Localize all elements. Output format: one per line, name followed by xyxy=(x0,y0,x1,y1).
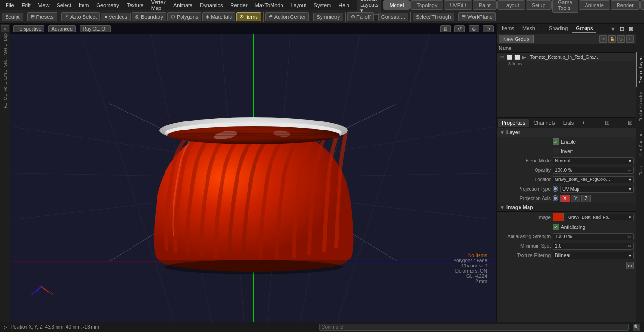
menu-texture[interactable]: Texture xyxy=(123,1,148,9)
mm-text: 2 mm xyxy=(453,279,487,284)
menu-help[interactable]: Help xyxy=(335,1,353,9)
tab-uvedit[interactable]: UVEdit xyxy=(444,0,472,10)
tab-animate[interactable]: Animate xyxy=(579,0,610,10)
command-input[interactable] xyxy=(319,324,629,331)
scene-tab-groups[interactable]: Groups xyxy=(572,24,596,33)
tab-channels[interactable]: Channels xyxy=(529,119,559,127)
select-through-button[interactable]: Select Through xyxy=(413,13,454,21)
tab-setup[interactable]: Setup xyxy=(526,0,552,10)
tab-properties[interactable]: Properties xyxy=(498,119,529,127)
menu-vertex-map[interactable]: Vertex Map xyxy=(148,0,170,12)
tab-plus[interactable]: + xyxy=(578,119,588,127)
props-expand-btn[interactable]: ⊞ xyxy=(603,120,611,126)
invert-checkbox[interactable] xyxy=(553,148,559,154)
layer-arrow-icon[interactable]: ▼ xyxy=(500,130,504,135)
scene-tab-mesh[interactable]: Mesh ... xyxy=(519,24,545,33)
tab-render[interactable]: Render xyxy=(611,0,640,10)
image-map-arrow-icon[interactable]: ▼ xyxy=(500,205,504,210)
sidebar-tab-texture-layers[interactable]: Texture Layers xyxy=(636,52,644,87)
projection-type-dropdown[interactable]: UV Map ▾ xyxy=(560,186,634,193)
scene-add-icon[interactable]: + xyxy=(626,35,634,43)
menu-render[interactable]: Render xyxy=(227,1,251,9)
constraints-button[interactable]: Constrai... xyxy=(378,13,408,21)
item-expand-arrow[interactable]: ▶ xyxy=(522,55,526,60)
raygl-btn[interactable]: Ray GL: Off xyxy=(80,25,111,32)
items-icon: ⊙ xyxy=(239,14,244,20)
falloff-button[interactable]: ⊘ Falloff xyxy=(347,12,374,21)
action-center-button[interactable]: ⊕ Action Center xyxy=(265,12,309,21)
scene-render-icon[interactable]: ◎ xyxy=(617,35,625,43)
workplane-button[interactable]: ⊟ WorkPlane xyxy=(458,12,496,21)
menu-dynamics[interactable]: Dynamics xyxy=(196,1,226,9)
presets-button[interactable]: ⊞ Presets xyxy=(27,12,57,21)
axis-y-button[interactable]: Y xyxy=(571,195,581,202)
menu-animate[interactable]: Animate xyxy=(170,1,196,9)
viewport[interactable]: Perspective Advanced Ray GL: Off ⊞ ↺ ⊕ ⚙ xyxy=(10,24,496,322)
expand-right-btn[interactable]: >> xyxy=(626,262,634,269)
menu-geometry[interactable]: Geometry xyxy=(92,1,123,9)
menu-select[interactable]: Select xyxy=(53,1,75,9)
item-vis-icon[interactable]: ⬜ xyxy=(506,54,513,60)
sidebar-tab-texture-locator[interactable]: Texture Locator xyxy=(636,88,644,125)
image-dropdown[interactable]: Gravy_Boat_Red_Fo... ▾ xyxy=(566,214,634,220)
scene-close-btn[interactable]: ⊠ xyxy=(627,25,635,32)
tab-topology[interactable]: Topology xyxy=(410,0,443,10)
menu-system[interactable]: System xyxy=(310,1,335,9)
sidebar-tab-tags[interactable]: Tags xyxy=(636,162,644,179)
texture-filtering-dropdown[interactable]: Bilinear ▾ xyxy=(553,252,634,259)
grid-btn[interactable]: ⊞ xyxy=(440,25,451,32)
item-lock-icon[interactable]: ⬜ xyxy=(514,54,520,60)
scene-eye-icon[interactable]: 👁 xyxy=(599,35,607,43)
polygons-button[interactable]: ⬡ Polygons xyxy=(167,12,201,21)
minimum-spot-input[interactable]: 1.0 ⇔ xyxy=(553,243,634,250)
axis-z-button[interactable]: Z xyxy=(581,195,591,202)
scene-tab-shading[interactable]: Shading xyxy=(545,24,571,33)
items-button[interactable]: ⊙ Items xyxy=(236,12,261,21)
tab-scripting[interactable]: Scripting xyxy=(640,0,644,10)
menu-edit[interactable]: Edit xyxy=(18,1,34,9)
status-left-arrow[interactable]: > xyxy=(4,324,7,330)
menu-view[interactable]: View xyxy=(34,1,53,9)
tab-model[interactable]: Model xyxy=(383,0,410,10)
symmetry-button[interactable]: Symmetry xyxy=(313,13,343,21)
perspective-btn[interactable]: Perspective xyxy=(13,25,44,32)
menu-file[interactable]: File xyxy=(2,1,18,9)
tab-game-tools[interactable]: Game Tools xyxy=(552,0,578,13)
materials-button[interactable]: ◈ Materials xyxy=(202,12,235,21)
new-group-button[interactable]: New Group xyxy=(499,35,534,43)
image-color-swatch[interactable] xyxy=(553,213,564,221)
axis-x-button[interactable]: X xyxy=(560,195,570,202)
scene-tab-items[interactable]: Items xyxy=(498,24,518,33)
settings-vp-btn[interactable]: ⚙ xyxy=(483,25,494,32)
enable-checkbox[interactable]: ✓ xyxy=(553,138,559,145)
tab-paint[interactable]: Paint xyxy=(473,0,497,10)
boundary-button[interactable]: ◎ Boundary xyxy=(132,12,166,21)
item-eye-icon[interactable]: 👁 xyxy=(499,54,505,60)
auto-select-button[interactable]: ↗ Auto Select xyxy=(61,12,100,21)
locator-dropdown[interactable]: Gravy_Boat_Red_FogColor (I... ▾ xyxy=(553,176,634,183)
advanced-btn[interactable]: Advanced xyxy=(48,25,75,32)
sidebar-tab-user-channels[interactable]: User Channels xyxy=(636,126,644,162)
zoom-btn[interactable]: ⊕ xyxy=(469,25,479,32)
scene-lock-icon[interactable]: 🔒 xyxy=(608,35,616,43)
antialiasing-checkbox[interactable]: ✓ xyxy=(553,224,559,230)
scene-expand-btn[interactable]: ▾ xyxy=(610,25,617,32)
scene-maximize-btn[interactable]: ⊞ xyxy=(618,25,626,32)
left-panel-btn-1[interactable]: ≡ xyxy=(1,25,9,32)
menu-layout[interactable]: Layout xyxy=(287,1,310,9)
axis-radio-btn[interactable] xyxy=(553,195,558,201)
opacity-input[interactable]: 100.0 % ⇔ xyxy=(553,167,634,174)
menu-maxtomodo[interactable]: MaxToModo xyxy=(251,1,287,9)
menu-item[interactable]: Item xyxy=(75,1,92,9)
sculpt-button[interactable]: Sculpt xyxy=(2,13,23,21)
tab-lists[interactable]: Lists xyxy=(560,119,578,127)
radio-btn[interactable] xyxy=(553,186,558,192)
antialiasing-strength-input[interactable]: 100.0 % ⇔ xyxy=(553,233,634,240)
tab-layout[interactable]: Layout xyxy=(497,0,525,10)
vertices-button[interactable]: ● Vertices xyxy=(101,13,131,21)
command-search-btn[interactable]: 🔍 xyxy=(633,324,640,331)
scene-item[interactable]: 👁 ⬜ ⬜ ▶ Tomato_Ketchup_In_Red_Grav... xyxy=(497,53,636,61)
props-close-btn[interactable]: ⊠ xyxy=(626,120,635,126)
blend-mode-dropdown[interactable]: Normal ▾ xyxy=(553,157,634,164)
rotate-btn[interactable]: ↺ xyxy=(454,25,465,32)
